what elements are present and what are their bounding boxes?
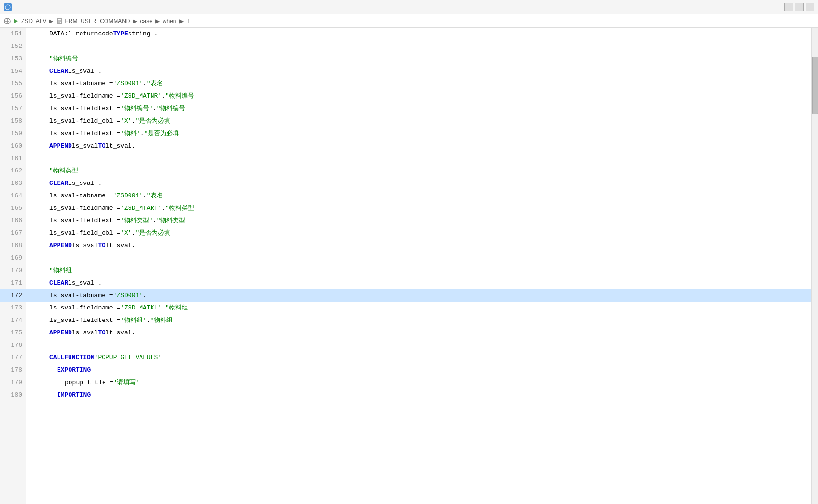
code-line-153: "物料编号 — [26, 53, 811, 65]
plain-text: lt_sval. — [105, 327, 135, 339]
main-window: ZSD_ALV ▶ FRM_USER_COMMAND ▶ case ▶ when… — [0, 0, 818, 504]
code-line-159: ls_sval-fieldtext = '物料' . "是否为必填 — [26, 127, 811, 140]
comment-text: "物料类型 — [165, 202, 194, 215]
plain-text: . — [143, 289, 147, 302]
title-bar — [0, 0, 818, 14]
code-line-176 — [26, 339, 811, 352]
plain-text: . — [140, 127, 144, 140]
code-area[interactable]: DATA:l_returncode TYPE string ."物料编号CLEA… — [26, 28, 811, 504]
string-literal: 'POPUP_GET_VALUES' — [94, 352, 162, 364]
code-line-169 — [26, 252, 811, 264]
comment-text: "是否为必填 — [135, 227, 170, 240]
maximize-button[interactable] — [806, 3, 814, 11]
plain-text: string . — [128, 28, 158, 40]
line-number-174: 174 — [0, 314, 26, 327]
minimize-button[interactable] — [784, 3, 793, 11]
plain-text: ls_sval-field_obl = — [49, 227, 120, 240]
string-literal: 'ZSD_MTART' — [120, 202, 162, 215]
string-literal: '物料编号' — [120, 103, 153, 115]
code-line-174: ls_sval-fieldtext = '物料组'. "物料组 — [26, 314, 811, 327]
breadcrumb-item-1[interactable]: FRM_USER_COMMAND — [65, 18, 130, 24]
string-literal: '物料' — [120, 127, 140, 140]
code-line-180: IMPORTING — [26, 389, 811, 401]
comment-text: "表名 — [147, 78, 163, 90]
comment-text: "物料类型 — [49, 165, 78, 177]
line-number-178: 178 — [0, 364, 26, 377]
plain-text: ls_sval-fieldname = — [49, 202, 120, 215]
line-number-157: 157 — [0, 103, 26, 115]
app-icon — [4, 3, 12, 11]
breadcrumb-item-0[interactable]: ZSD_ALV — [21, 18, 46, 24]
plain-text: . — [132, 115, 136, 127]
line-numbers: 1511521531541551561571581591601611621631… — [0, 28, 26, 504]
scrollbar-track[interactable] — [811, 28, 818, 504]
restore-button[interactable] — [795, 3, 804, 11]
line-number-161: 161 — [0, 152, 26, 165]
plain-text: ls_sval-fieldtext = — [49, 127, 120, 140]
plain-text: ls_sval-tabname = — [49, 289, 113, 302]
code-line-171: CLEAR ls_sval . — [26, 277, 811, 289]
plain-text: ls_sval — [72, 240, 98, 252]
line-number-179: 179 — [0, 377, 26, 389]
code-line-164: ls_sval-tabname = 'ZSD001' . "表名 — [26, 190, 811, 202]
keyword-call: CALL — [49, 352, 64, 364]
code-line-173: ls_sval-fieldname = 'ZSD_MATKL'. "物料组 — [26, 302, 811, 314]
breadcrumb-item-3[interactable]: when — [163, 18, 176, 24]
comment-text: "物料组 — [49, 264, 72, 277]
code-line-179: popup_title = '请填写' — [26, 377, 811, 389]
editor-container: 1511521531541551561571581591601611621631… — [0, 28, 818, 504]
plain-text: ls_sval-tabname = — [49, 78, 113, 90]
comment-text: "是否为必填 — [144, 127, 179, 140]
line-number-173: 173 — [0, 302, 26, 314]
comment-text: "物料类型 — [157, 215, 186, 227]
comment-text: "是否为必填 — [135, 115, 170, 127]
plain-text: ls_sval-tabname = — [49, 190, 113, 202]
plain-text: popup_title = — [65, 377, 113, 389]
plain-text: . — [147, 314, 151, 327]
line-number-180: 180 — [0, 389, 26, 401]
keyword-append: APPEND — [49, 240, 72, 252]
plain-text: ls_sval-fieldname = — [49, 90, 120, 103]
plain-text: ls_sval — [72, 140, 98, 152]
plain-text: . — [162, 302, 165, 314]
svg-marker-4 — [14, 19, 18, 23]
comment-text: "物料组 — [151, 314, 173, 327]
line-number-164: 164 — [0, 190, 26, 202]
code-line-160: APPEND ls_sval TO lt_sval. — [26, 140, 811, 152]
svg-point-0 — [5, 5, 10, 10]
code-line-155: ls_sval-tabname = 'ZSD001' . "表名 — [26, 78, 811, 90]
line-number-156: 156 — [0, 90, 26, 103]
code-line-170: "物料组 — [26, 264, 811, 277]
scrollbar-thumb[interactable] — [812, 57, 818, 114]
code-line-178: EXPORTING — [26, 364, 811, 377]
keyword-clear: CLEAR — [49, 65, 68, 78]
breadcrumb-item-4[interactable]: if — [187, 18, 189, 24]
line-number-167: 167 — [0, 227, 26, 240]
comment-text: "表名 — [147, 190, 163, 202]
string-literal: 'ZSD001' — [113, 78, 143, 90]
line-number-169: 169 — [0, 252, 26, 264]
line-number-162: 162 — [0, 165, 26, 177]
line-number-172: 172 — [0, 289, 26, 302]
line-number-171: 171 — [0, 277, 26, 289]
line-number-154: 154 — [0, 65, 26, 78]
keyword-type: TYPE — [113, 28, 128, 40]
breadcrumb-item-2[interactable]: case — [140, 18, 152, 24]
plain-text: DATA:l_returncode — [49, 28, 113, 40]
keyword-to: TO — [98, 240, 105, 252]
plain-text: ls_sval-fieldtext = — [49, 103, 120, 115]
plain-text: ls_sval-fieldtext = — [49, 215, 120, 227]
keyword-importing: IMPORTING — [57, 389, 91, 401]
string-literal: 'ZSD_MATNR' — [120, 90, 162, 103]
code-line-158: ls_sval-field_obl = 'X' . "是否为必填 — [26, 115, 811, 127]
string-literal: 'ZSD001' — [113, 190, 143, 202]
code-line-157: ls_sval-fieldtext = '物料编号' . "物料编号 — [26, 103, 811, 115]
plain-text: ls_sval-field_obl = — [49, 115, 120, 127]
plain-text: ls_sval-fieldtext = — [49, 314, 120, 327]
plain-text: ls_sval — [72, 327, 98, 339]
keyword-append: APPEND — [49, 140, 72, 152]
plain-text: ls_sval . — [68, 277, 102, 289]
code-line-168: APPEND ls_sval TO lt_sval. — [26, 240, 811, 252]
form-icon — [56, 18, 63, 24]
line-number-163: 163 — [0, 177, 26, 190]
